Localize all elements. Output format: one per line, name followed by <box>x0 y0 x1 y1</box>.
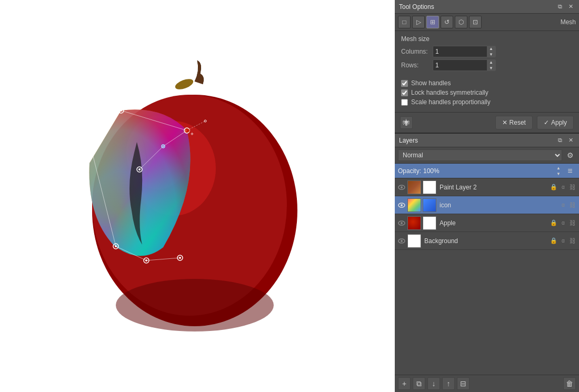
paint-tool-btn[interactable]: ⬡ <box>455 16 467 28</box>
opacity-menu-btn[interactable]: ≡ <box>564 165 576 177</box>
layer-alpha-paint-layer-2: α <box>559 184 567 190</box>
rows-row: Rows: ▲ ▼ <box>401 59 573 71</box>
layer-name-paint-layer-2: Paint Layer 2 <box>437 184 548 191</box>
layer-name-apple: Apple <box>437 219 548 227</box>
layer-lock-paint-layer-2: 🔒 <box>550 183 558 192</box>
mesh-size-title: Mesh size <box>401 35 573 43</box>
mesh-label: Mesh <box>561 18 576 26</box>
layer-row-apple[interactable]: Apple 🔒 α ⛓ <box>395 214 579 232</box>
layer-thumb-apple <box>407 216 421 230</box>
layer-thumb-paint-layer-2 <box>407 180 421 194</box>
layer-mask-paint-layer-2 <box>423 180 436 194</box>
layer-visibility-background[interactable] <box>397 236 406 246</box>
columns-down-btn[interactable]: ▼ <box>487 52 495 57</box>
rect-select-tool-btn[interactable]: □ <box>398 16 411 28</box>
lower-layer-btn[interactable]: ↓ <box>427 377 440 390</box>
move-tool-btn[interactable]: ▷ <box>412 16 425 28</box>
svg-point-30 <box>186 129 189 132</box>
layer-alpha-apple: α <box>559 220 567 226</box>
merge-layer-btn[interactable]: ⊟ <box>457 377 470 390</box>
transform-tool-btn[interactable]: ⊡ <box>469 16 482 28</box>
eye-icon-icon <box>398 203 405 208</box>
tool-options-title: Tool Options <box>399 3 434 11</box>
right-panel: Tool Options ⧉ ✕ □ ▷ ⊞ ↺ ⬡ ⊡ Mesh Mesh s… <box>395 0 579 392</box>
rotate-tool-btn[interactable]: ↺ <box>441 16 453 28</box>
svg-text:+: + <box>191 131 194 137</box>
svg-point-33 <box>401 186 403 188</box>
opacity-arrows: ▲ ▼ <box>555 165 562 177</box>
lock-handles-checkbox[interactable] <box>401 89 408 96</box>
layer-visibility-apple[interactable] <box>397 218 406 228</box>
reset-x-icon: ✕ <box>502 119 507 126</box>
show-handles-label[interactable]: Show handles <box>411 79 451 87</box>
layers-header-icons: ⧉ ✕ <box>556 136 575 145</box>
layer-name-background: Background <box>422 237 548 245</box>
tool-options-close-btn[interactable]: ✕ <box>566 3 575 11</box>
blend-mode-select[interactable]: Normal <box>398 149 562 161</box>
rows-down-btn[interactable]: ▼ <box>487 65 495 71</box>
layer-filter-btn[interactable]: ⚙ <box>564 149 576 161</box>
duplicate-layer-btn[interactable]: ⧉ <box>413 377 425 390</box>
eye-icon-background <box>398 238 405 244</box>
opacity-value: 100% <box>423 167 553 175</box>
tool-toolbar: □ ▷ ⊞ ↺ ⬡ ⊡ Mesh <box>395 14 579 31</box>
opacity-down-btn[interactable]: ▼ <box>555 171 562 177</box>
rows-label: Rows: <box>401 62 433 69</box>
delete-layer-btn[interactable]: 🗑 <box>563 377 576 390</box>
layers-title: Layers <box>399 137 418 144</box>
grid-tool-btn[interactable]: ⊞ <box>426 16 439 28</box>
eye-icon-apple <box>398 220 405 226</box>
svg-point-35 <box>401 204 403 206</box>
layer-thumb-background <box>407 234 421 248</box>
columns-input[interactable] <box>433 48 487 55</box>
svg-point-39 <box>401 240 403 242</box>
scale-handles-label[interactable]: Scale handles proportionally <box>411 98 491 106</box>
svg-point-29 <box>163 146 164 147</box>
layers-expand-btn[interactable]: ⧉ <box>556 136 564 145</box>
layer-alpha-background: α <box>559 238 567 244</box>
apply-label: Apply <box>551 119 567 126</box>
layer-lock-icon <box>550 201 558 209</box>
reset-button[interactable]: ✕ Reset <box>495 116 533 129</box>
columns-up-btn[interactable]: ▲ <box>487 46 495 52</box>
layer-row-background[interactable]: Background 🔒 α ⛓ <box>395 232 579 250</box>
svg-point-4 <box>116 279 274 331</box>
rows-input[interactable] <box>433 62 487 69</box>
layer-row-icon[interactable]: icon α ⛓ <box>395 196 579 214</box>
raise-layer-btn[interactable]: ↑ <box>442 377 455 390</box>
columns-row: Columns: ▲ ▼ <box>401 46 573 57</box>
layer-visibility-paint-layer-2[interactable] <box>397 183 406 192</box>
lock-handles-label[interactable]: Lock handles symmetrically <box>411 89 488 96</box>
add-layer-btn[interactable]: + <box>398 377 411 390</box>
layers-close-btn[interactable]: ✕ <box>566 136 575 145</box>
rows-spin-input: ▲ ▼ <box>433 59 496 71</box>
columns-label: Columns: <box>401 48 433 55</box>
columns-spin-input: ▲ ▼ <box>433 46 496 57</box>
canvas-area[interactable]: + <box>0 0 395 392</box>
layer-thumb-icon <box>407 198 421 212</box>
apply-button[interactable]: ✓ Apply <box>537 116 574 129</box>
layer-visibility-icon[interactable] <box>397 200 406 210</box>
layers-panel: Layers ⧉ ✕ Normal ⚙ Opacity: 100% ▲ ▼ ≡ <box>395 134 579 392</box>
apply-check-icon: ✓ <box>544 119 549 126</box>
svg-point-37 <box>401 222 403 224</box>
tool-options-expand-btn[interactable]: ⧉ <box>556 3 564 11</box>
opacity-row: Opacity: 100% ▲ ▼ ≡ <box>395 164 579 178</box>
layer-lock-apple: 🔒 <box>550 219 558 227</box>
blend-row: Normal ⚙ <box>395 147 579 164</box>
layer-row-paint-layer-2[interactable]: Paint Layer 2 🔒 α ⛓ <box>395 178 579 196</box>
layer-name-icon: icon <box>437 202 548 209</box>
tool-options-panel: Tool Options ⧉ ✕ □ ▷ ⊞ ↺ ⬡ ⊡ Mesh Mesh s… <box>395 0 579 134</box>
layer-alpha-icon: α <box>559 202 567 208</box>
show-handles-row: Show handles <box>401 79 573 87</box>
opacity-up-btn[interactable]: ▲ <box>555 165 562 171</box>
layer-chain-background: ⛓ <box>568 237 577 245</box>
layers-list: Paint Layer 2 🔒 α ⛓ i <box>395 178 579 375</box>
opacity-label: Opacity: <box>398 167 421 175</box>
scale-handles-checkbox[interactable] <box>401 99 408 106</box>
show-handles-checkbox[interactable] <box>401 80 408 87</box>
spider-btn[interactable]: 🕷 <box>400 116 413 129</box>
rows-up-btn[interactable]: ▲ <box>487 59 495 65</box>
rows-spin-btns: ▲ ▼ <box>487 59 495 71</box>
layer-mask-icon <box>423 198 436 212</box>
